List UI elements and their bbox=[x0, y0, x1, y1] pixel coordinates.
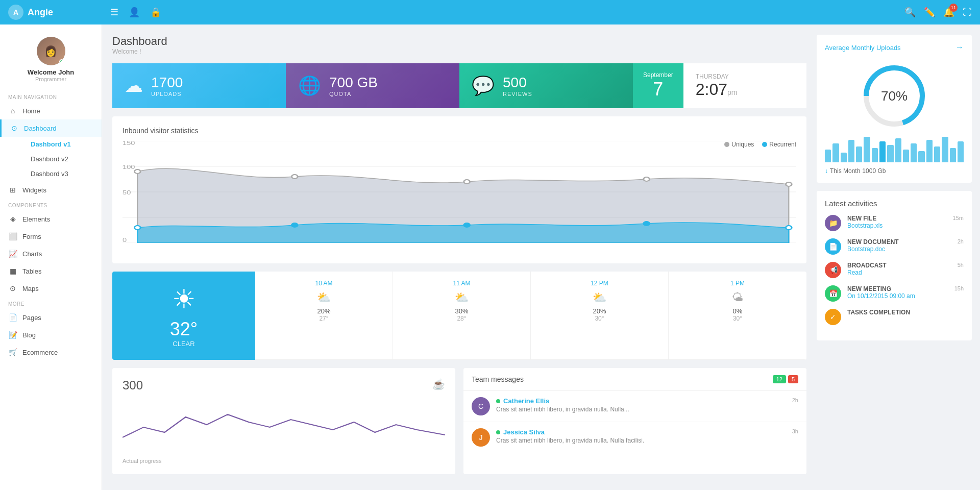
sidebar-item-maps[interactable]: ⊙ Maps bbox=[0, 280, 102, 297]
mini-chart-subtitle: Actual progress bbox=[122, 458, 445, 464]
sidebar-item-blog[interactable]: 📝 Blog bbox=[0, 326, 102, 344]
line-chart-svg bbox=[122, 397, 445, 453]
online-indicator bbox=[59, 59, 64, 64]
download-icon: ↓ bbox=[825, 167, 828, 175]
activity-content-2: BROADCAST Read bbox=[847, 262, 951, 276]
activity-item-4: ✓ TASKS COMPLETION bbox=[825, 309, 964, 325]
visitor-chart-card: Inbound visitor statistics Uniques Recur… bbox=[112, 116, 806, 263]
calendar-time-value: 2:07pm bbox=[696, 80, 738, 99]
svg-point-12 bbox=[644, 177, 650, 181]
quota-icon: 🌐 bbox=[298, 75, 321, 96]
weather-time: 10 AM bbox=[261, 280, 386, 287]
sidebar-item-widgets[interactable]: ⊞ Widgets bbox=[0, 181, 102, 199]
pages-icon: 📄 bbox=[8, 313, 17, 322]
avg-uploads-arrow[interactable]: → bbox=[955, 43, 964, 52]
svg-point-9 bbox=[134, 169, 140, 174]
sidebar-item-ecommerce[interactable]: 🛒 Ecommerce bbox=[0, 344, 102, 361]
logo-icon: A bbox=[8, 5, 23, 20]
line-chart bbox=[122, 397, 445, 458]
maps-icon: ⊙ bbox=[8, 284, 17, 292]
home-icon: ⌂ bbox=[8, 107, 17, 115]
bar-item bbox=[879, 141, 886, 162]
search-icon[interactable]: 🔍 bbox=[904, 7, 916, 18]
uploads-number: 1700 bbox=[151, 75, 183, 91]
sidebar-item-label: Dashboard bbox=[24, 125, 57, 132]
forms-icon: ⬜ bbox=[8, 232, 17, 240]
widgets-icon: ⊞ bbox=[8, 186, 17, 194]
sidebar-item-charts[interactable]: 📈 Charts bbox=[0, 245, 102, 262]
more-section-label: More bbox=[0, 297, 102, 309]
message-content-0: Catherine Ellis Cras sit amet nibh liber… bbox=[496, 397, 786, 415]
sidebar-item-elements[interactable]: ◈ Elements bbox=[0, 210, 102, 228]
dashboard-icon: ⊙ bbox=[10, 124, 19, 132]
recurrent-dot bbox=[762, 142, 767, 147]
svg-point-17 bbox=[644, 222, 650, 226]
page-title: Dashboard bbox=[112, 35, 806, 48]
stat-card-uploads: ☁ 1700 UPLOADS bbox=[112, 63, 286, 108]
tables-icon: ▦ bbox=[8, 267, 17, 275]
this-month-value: 1000 Gb bbox=[862, 167, 886, 175]
calendar-card: September 7 THURSDAY 2:07pm bbox=[633, 63, 806, 108]
edit-icon[interactable]: ✏️ bbox=[924, 7, 935, 18]
weather-hour-11am: 11 AM ⛅ 30% 28° bbox=[393, 272, 531, 360]
sidebar: 👩 Welcome John Programmer Main Navigatio… bbox=[0, 24, 102, 490]
svg-text:100: 100 bbox=[122, 164, 135, 170]
weather-hour-12pm: 12 PM ⛅ 20% 30° bbox=[531, 272, 669, 360]
lock-icon[interactable]: 🔒 bbox=[150, 7, 161, 18]
message-item-0[interactable]: C Catherine Ellis Cras sit amet nibh lib… bbox=[463, 391, 806, 422]
weather-time: 11 AM bbox=[399, 280, 524, 287]
activity-title-2: BROADCAST bbox=[847, 262, 951, 269]
svg-point-16 bbox=[464, 223, 470, 227]
reviews-number: 500 bbox=[503, 75, 532, 91]
bar-item bbox=[864, 137, 870, 162]
uploads-label: UPLOADS bbox=[151, 91, 183, 97]
notifications-button[interactable]: 🔔 11 bbox=[943, 7, 954, 18]
sidebar-item-label: Ecommerce bbox=[22, 349, 58, 356]
menu-icon[interactable]: ☰ bbox=[110, 7, 118, 18]
weather-temp: 27° bbox=[261, 315, 386, 322]
chart-weather-section: Inbound visitor statistics Uniques Recur… bbox=[112, 116, 806, 474]
this-month: ↓ This Month 1000 Gb bbox=[825, 167, 964, 175]
message-content-1: Jessica Silva Cras sit amet nibh libero,… bbox=[496, 428, 786, 447]
activities-title: Latest activities bbox=[825, 199, 964, 208]
activity-content-0: NEW FILE Bootstrap.xls bbox=[847, 215, 947, 229]
team-messages-card: Team messages 12 5 C Catherine Ellis bbox=[463, 368, 806, 474]
sidebar-item-home[interactable]: ⌂ Home bbox=[0, 102, 102, 119]
message-item-1[interactable]: J Jessica Silva Cras sit amet nibh liber… bbox=[463, 422, 806, 453]
activity-title-0: NEW FILE bbox=[847, 215, 947, 222]
weather-description: CLEAR bbox=[173, 340, 194, 348]
expand-icon[interactable]: ⛶ bbox=[963, 7, 972, 18]
sidebar-item-dashboard-v2[interactable]: Dashbord v2 bbox=[22, 152, 102, 166]
sidebar-item-label: Widgets bbox=[22, 186, 46, 194]
sidebar-item-dashboard-v1[interactable]: Dashbord v1 bbox=[22, 137, 102, 152]
user-icon[interactable]: 👤 bbox=[129, 7, 140, 18]
sidebar-item-dashboard[interactable]: ⊙ Dashboard bbox=[0, 119, 102, 137]
calendar-day: 7 bbox=[643, 79, 673, 100]
avg-uploads-card: Average Monthly Uploads → 70% bbox=[817, 35, 972, 183]
bar-item bbox=[926, 140, 933, 162]
svg-point-10 bbox=[291, 175, 298, 179]
bottom-row: 300 ☕ Actual progress Team messages bbox=[112, 368, 806, 474]
sidebar-item-tables[interactable]: ▦ Tables bbox=[0, 262, 102, 280]
bar-item bbox=[911, 143, 917, 163]
weather-time: 1 PM bbox=[675, 280, 800, 287]
sidebar-item-label: Elements bbox=[22, 215, 50, 223]
weather-pct: 30% bbox=[399, 307, 524, 315]
activity-item-3: 📅 NEW MEETING On 10/12/2015 09:00 am 15h bbox=[825, 285, 964, 302]
sidebar-item-forms[interactable]: ⬜ Forms bbox=[0, 228, 102, 245]
app-logo[interactable]: A Angle bbox=[8, 5, 110, 20]
right-panel: Average Monthly Uploads → 70% bbox=[817, 24, 980, 490]
bar-item bbox=[848, 140, 854, 162]
weather-pct: 20% bbox=[537, 307, 662, 315]
message-time-0: 2h bbox=[792, 397, 798, 415]
svg-point-14 bbox=[134, 226, 140, 230]
bar-item bbox=[895, 138, 901, 162]
sidebar-item-pages[interactable]: 📄 Pages bbox=[0, 309, 102, 326]
message-text-1: Cras sit amet nibh libero, in gravida nu… bbox=[496, 437, 786, 444]
bar-chart bbox=[825, 137, 964, 162]
calendar-date: September 7 bbox=[633, 63, 683, 108]
quota-number: 700 GB bbox=[329, 75, 378, 91]
message-avatar-1: J bbox=[472, 428, 490, 447]
sidebar-item-dashboard-v3[interactable]: Dashbord v3 bbox=[22, 166, 102, 181]
sidebar-item-label: Forms bbox=[22, 233, 41, 240]
